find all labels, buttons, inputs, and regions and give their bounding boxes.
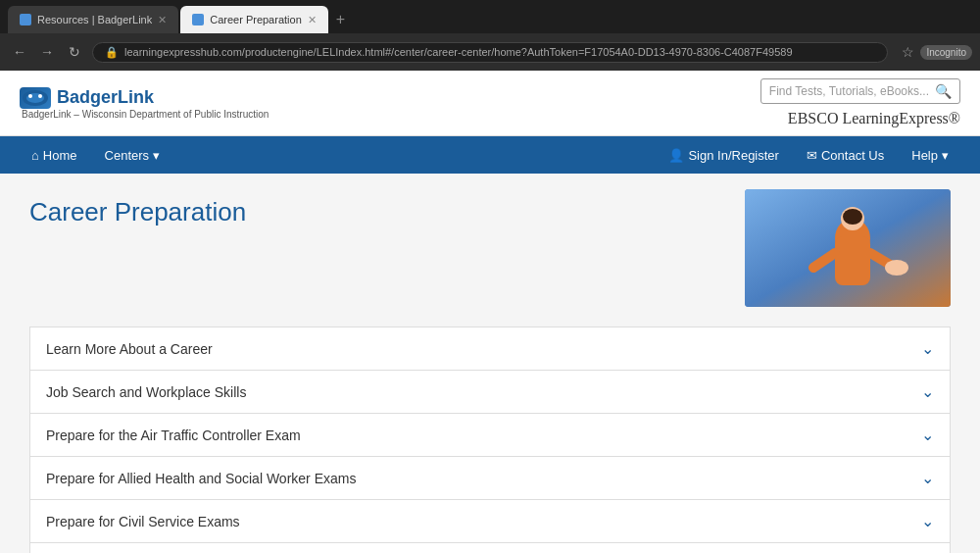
chevron-icon-2: ⌄ — [921, 426, 934, 444]
lock-icon: 🔒 — [105, 46, 119, 59]
accordion-label-2: Prepare for the Air Traffic Controller E… — [46, 427, 301, 443]
user-icon: 👤 — [668, 148, 684, 163]
browser-chrome: Resources | BadgerLink ✕ Career Preparat… — [0, 0, 980, 71]
url-text: learningexpresshub.com/productengine/LEL… — [124, 46, 793, 58]
nav-centers-label: Centers — [105, 148, 150, 163]
content-header: Career Preparation — [29, 189, 951, 307]
tab-close-2[interactable]: ✕ — [308, 14, 317, 26]
back-button[interactable]: ← — [8, 40, 31, 64]
tab-favicon-2 — [192, 14, 204, 25]
accordion-label-4: Prepare for Civil Service Exams — [46, 514, 240, 529]
accordion-label-0: Learn More About a Career — [46, 341, 213, 357]
tab-close-1[interactable]: ✕ — [158, 14, 167, 26]
nav-contact-label: Contact Us — [821, 148, 884, 163]
logo-area: BadgerLink BadgerLink – Wisconsin Depart… — [20, 87, 269, 120]
nav-signin[interactable]: 👤 Sign In/Register — [657, 140, 791, 171]
site-header: BadgerLink BadgerLink – Wisconsin Depart… — [0, 71, 980, 136]
nav-home[interactable]: ⌂ Home — [20, 140, 89, 171]
chevron-icon-4: ⌄ — [921, 512, 934, 530]
logo-name: BadgerLink — [57, 87, 154, 108]
tab-resources[interactable]: Resources | BadgerLink ✕ — [8, 6, 178, 33]
svg-point-8 — [843, 209, 862, 225]
svg-point-2 — [28, 94, 32, 98]
badgerlink-logo: BadgerLink — [20, 87, 269, 109]
accordion-item-5[interactable]: Prepare for Commercial Driver's License … — [30, 543, 950, 553]
svg-point-12 — [885, 260, 908, 276]
accordion-item-2[interactable]: Prepare for the Air Traffic Controller E… — [30, 414, 950, 457]
nav-right: 👤 Sign In/Register ✉ Contact Us Help ▾ — [657, 140, 960, 171]
browser-toolbar-icons: ☆ Incognito — [902, 44, 972, 60]
incognito-badge: Incognito — [920, 45, 972, 60]
help-chevron-icon: ▾ — [942, 148, 949, 163]
nav-bar: ⌂ Home Centers ▾ 👤 Sign In/Register ✉ Co… — [0, 136, 980, 174]
tab-label-2: Career Preparation — [210, 14, 302, 25]
ebsco-logo: EBSCO LearningExpress® — [788, 110, 960, 127]
home-icon: ⌂ — [31, 148, 39, 163]
search-icon: 🔍 — [935, 83, 952, 99]
main-content: Career Preparation — [0, 174, 980, 553]
nav-left: ⌂ Home Centers ▾ — [20, 140, 172, 171]
search-placeholder: Find Tests, Tutorials, eBooks... — [769, 84, 929, 98]
accordion-item-3[interactable]: Prepare for Allied Health and Social Wor… — [30, 457, 950, 500]
accordion-item-4[interactable]: Prepare for Civil Service Exams ⌄ — [30, 500, 950, 543]
nav-contact[interactable]: ✉ Contact Us — [795, 140, 896, 171]
chevron-icon-3: ⌄ — [921, 469, 934, 487]
star-icon[interactable]: ☆ — [902, 44, 914, 60]
nav-centers[interactable]: Centers ▾ — [93, 140, 172, 171]
nav-help[interactable]: Help ▾ — [900, 140, 960, 171]
tab-label-1: Resources | BadgerLink — [37, 14, 152, 25]
centers-chevron-icon: ▾ — [153, 148, 160, 163]
tab-favicon-1 — [20, 14, 31, 25]
mail-icon: ✉ — [807, 148, 817, 163]
logo-subtitle: BadgerLink – Wisconsin Department of Pub… — [22, 109, 269, 120]
accordion-label-1: Job Search and Workplace Skills — [46, 384, 246, 400]
address-bar[interactable]: 🔒 learningexpresshub.com/productengine/L… — [92, 42, 888, 63]
nav-home-label: Home — [43, 148, 77, 163]
nav-help-label: Help — [911, 148, 938, 163]
forward-button[interactable]: → — [35, 40, 59, 64]
badger-icon — [20, 87, 51, 109]
tab-bar: Resources | BadgerLink ✕ Career Preparat… — [0, 0, 980, 33]
svg-point-3 — [38, 94, 42, 98]
hero-image — [745, 189, 951, 307]
accordion-item-1[interactable]: Job Search and Workplace Skills ⌄ — [30, 371, 950, 414]
accordion-item-0[interactable]: Learn More About a Career ⌄ — [30, 327, 950, 371]
refresh-button[interactable]: ↻ — [63, 40, 86, 64]
nav-buttons: ← → ↻ — [8, 40, 86, 64]
tab-career-preparation[interactable]: Career Preparation ✕ — [180, 6, 328, 33]
search-box[interactable]: Find Tests, Tutorials, eBooks... 🔍 — [760, 78, 960, 104]
address-bar-row: ← → ↻ 🔒 learningexpresshub.com/producten… — [0, 33, 980, 71]
chevron-icon-1: ⌄ — [921, 382, 934, 401]
website-content: BadgerLink BadgerLink – Wisconsin Depart… — [0, 71, 980, 553]
svg-rect-9 — [835, 236, 870, 285]
accordion-label-3: Prepare for Allied Health and Social Wor… — [46, 471, 356, 486]
chevron-icon-0: ⌄ — [921, 339, 934, 358]
page-title: Career Preparation — [29, 189, 246, 227]
nav-signin-label: Sign In/Register — [688, 148, 779, 163]
new-tab-button[interactable]: + — [330, 11, 351, 28]
accordion-list: Learn More About a Career ⌄ Job Search a… — [29, 327, 951, 553]
